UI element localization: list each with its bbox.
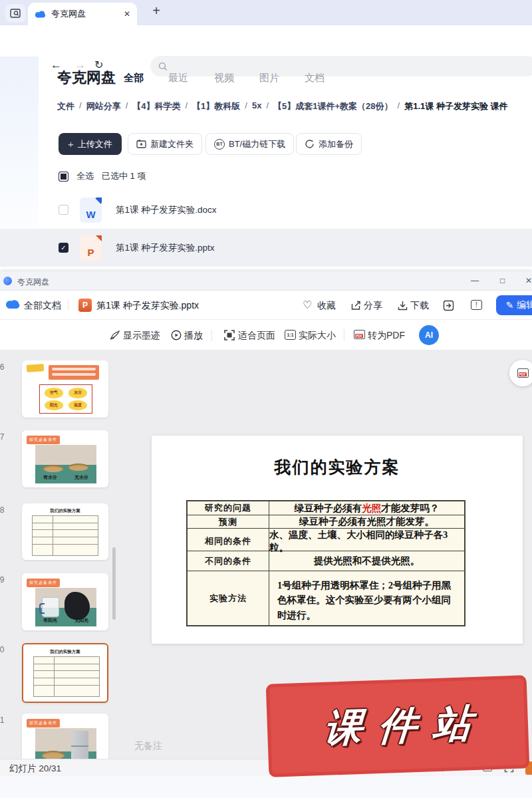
file-checkbox-checked[interactable]: ✓: [59, 243, 68, 253]
add-backup-button[interactable]: 添加备份: [296, 133, 362, 155]
tab-recent[interactable]: 最近: [168, 72, 188, 84]
table-value: 1号组种子用透明杯罩住；2号组种子用黑色杯罩住。这个实验至少要有两个小组同时进行…: [269, 571, 464, 625]
breadcrumb-item[interactable]: 网站分享: [86, 100, 121, 112]
breadcrumb-separator: /: [398, 100, 400, 112]
maximize-button[interactable]: □: [500, 276, 505, 285]
new-tab-button[interactable]: +: [148, 3, 165, 19]
table-label: 实验方法: [188, 571, 269, 625]
file-checkbox[interactable]: [59, 205, 68, 215]
floating-pdf-convert-button[interactable]: PDF: [509, 360, 532, 386]
feedback-icon[interactable]: !: [471, 300, 482, 310]
divider: [211, 329, 212, 341]
file-row-pptx[interactable]: ✓ P 第1课 种子发芽实验.pptx: [0, 229, 532, 267]
open-file-name: 第1课 种子发芽实验.pptx: [96, 300, 199, 312]
add-backup-label: 添加备份: [319, 138, 353, 150]
divider: [68, 299, 68, 311]
download-icon[interactable]: [398, 301, 408, 311]
all-docs-button[interactable]: 全部文档: [24, 300, 61, 312]
upload-file-button[interactable]: + 上传文件: [59, 133, 122, 155]
edit-button[interactable]: ✎ 编辑: [496, 295, 532, 315]
slide-thumbnail-19[interactable]: 探究必备条件 有阳光 无阳光: [22, 573, 108, 630]
thumbnail-scrollbar[interactable]: [112, 547, 116, 620]
sync-circle-icon: [305, 139, 315, 149]
bubble-label: 阳光: [45, 400, 63, 411]
play-button[interactable]: 播放: [184, 330, 203, 342]
fit-page-button[interactable]: 适合页面: [238, 330, 275, 342]
selection-row: 全选 已选中 1 项: [59, 170, 146, 182]
table-label: 研究的问题: [188, 501, 269, 515]
browser-nav-bar: ← → ↻: [0, 25, 532, 57]
download-button[interactable]: 下载: [410, 300, 429, 312]
slide-canvas: 我们的实验方案 研究的问题 绿豆种子必须有光照才能发芽吗？ 预测 绿豆种子必须有…: [152, 436, 523, 644]
save-to-drive-icon[interactable]: [443, 300, 454, 311]
select-all-checkbox[interactable]: [59, 172, 68, 182]
app-logo-icon: [3, 277, 12, 285]
table-label: 预测: [188, 515, 269, 528]
breadcrumb-item[interactable]: 5x: [252, 100, 261, 112]
close-button[interactable]: ✕: [525, 276, 532, 285]
tab-doc[interactable]: 文档: [305, 72, 325, 84]
share-button[interactable]: 分享: [364, 300, 382, 312]
minimize-button[interactable]: —: [471, 276, 479, 285]
tab-title: 夸克网盘: [51, 8, 118, 20]
breadcrumb-item[interactable]: 【1】教科版: [192, 100, 240, 112]
mini-table: [33, 656, 100, 697]
breadcrumb-item[interactable]: 【5】成套1课件+教案（28份）: [273, 100, 393, 112]
to-pdf-button[interactable]: 转为PDF: [368, 330, 405, 342]
thumb-slide-title: 我们的实验方案: [23, 649, 107, 655]
fridge-shape: [71, 731, 88, 759]
play-icon: [171, 330, 182, 340]
breadcrumb-separator: /: [245, 100, 247, 112]
breadcrumb-item[interactable]: 【4】科学类: [132, 100, 180, 112]
breadcrumb-separator: /: [126, 100, 128, 112]
experiment-photo: 有水分 无水分: [35, 445, 96, 483]
ai-assistant-button[interactable]: AI: [419, 325, 439, 345]
breadcrumb-item[interactable]: 文件: [57, 100, 74, 112]
browser-tab-bar: 夸克网盘 ✕ +: [0, 0, 532, 25]
show-ink-button[interactable]: 显示墨迹: [123, 330, 160, 342]
slide-tag: 探究必备条件: [27, 436, 60, 444]
bubble-label: 水分: [68, 388, 87, 398]
tab-all[interactable]: 全部: [124, 72, 144, 84]
folder-plus-icon: [136, 140, 146, 148]
condition-bubbles: 空气 水分 阳光 温度: [39, 384, 92, 414]
black-bag-shape: [65, 592, 90, 620]
page-title: 夸克网盘: [57, 68, 116, 88]
breadcrumb-item-current: 第1.1课 种子发芽实验 课件: [404, 100, 507, 112]
selected-count-label: 已选中 1 项: [102, 170, 146, 182]
breadcrumb-separator: /: [185, 100, 188, 112]
photo-caption: 无阳光: [74, 617, 88, 624]
file-name[interactable]: 第1课 种子发芽实验.docx: [116, 204, 217, 216]
sidebar-search-icon[interactable]: [5, 4, 25, 22]
experiment-plan-table: 研究的问题 绿豆种子必须有光照才能发芽吗？ 预测 绿豆种子必须有光照才能发芽。 …: [186, 500, 466, 626]
thumb-number: 21: [0, 716, 7, 725]
slide-thumbnail-16[interactable]: 空气 水分 阳光 温度: [22, 360, 108, 418]
pencil-icon: ✎: [506, 300, 514, 311]
slide-thumbnail-20-selected[interactable]: 我们的实验方案: [22, 643, 108, 703]
slide-thumbnail-21[interactable]: 探究必备条件: [22, 714, 108, 759]
search-icon: [158, 62, 168, 71]
notes-placeholder: 无备注: [134, 740, 162, 752]
file-row-docx[interactable]: W 第1课 种子发芽实验.docx: [0, 191, 532, 229]
window-title-bar[interactable]: 夸克网盘 — □ ✕: [0, 271, 532, 291]
slide-thumbnail-17[interactable]: 探究必备条件 有水分 无水分: [22, 430, 108, 487]
photo-caption: 有水分: [43, 474, 57, 481]
slide-thumbnail-18[interactable]: 我们的实验方案: [22, 503, 108, 560]
tab-video[interactable]: 视频: [214, 72, 234, 84]
share-icon[interactable]: [351, 301, 361, 311]
favorite-button[interactable]: 收藏: [317, 300, 336, 312]
upload-file-label: 上传文件: [78, 138, 112, 150]
bt-magnet-download-button[interactable]: BT BT/磁力链下载: [205, 133, 294, 155]
browser-tab[interactable]: 夸克网盘 ✕: [28, 3, 137, 25]
tab-image[interactable]: 图片: [259, 72, 279, 84]
address-search-bar[interactable]: [150, 56, 532, 76]
file-name[interactable]: 第1课 种子发芽实验.pptx: [116, 242, 215, 254]
table-label: 不同的条件: [188, 551, 269, 571]
actual-size-button[interactable]: 实际大小: [299, 330, 336, 342]
tab-favicon-cloud-icon: [35, 10, 46, 19]
tab-close-icon[interactable]: ✕: [124, 9, 130, 19]
heart-icon[interactable]: ♡: [303, 299, 312, 311]
cloud-drive-icon: [5, 298, 20, 309]
yellow-marker-decoration: [27, 364, 45, 372]
new-folder-button[interactable]: 新建文件夹: [128, 133, 202, 155]
